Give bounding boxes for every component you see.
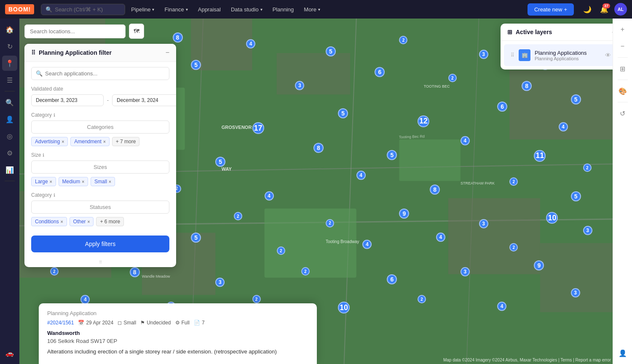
info-card-status: ⚑ Undecided — [140, 320, 171, 326]
sidebar-item-home[interactable]: 🏠 — [2, 22, 17, 37]
layer-planning-applications: ⠿ 🏢 Planning Applications Planning Appli… — [504, 44, 624, 66]
tag-large-close[interactable]: × — [50, 179, 52, 184]
navbar: BOOM! 🔍 Pipeline ▾ Finance ▾ Appraisal D… — [0, 0, 632, 19]
svg-text:TOOTING BEC: TOOTING BEC — [424, 84, 450, 88]
nav-item-finance[interactable]: Finance ▾ — [160, 4, 192, 15]
nav-item-appraisal[interactable]: Appraisal — [194, 4, 225, 15]
status-info-icon[interactable]: ℹ — [54, 193, 55, 198]
svg-text:Tooting Broadway: Tooting Broadway — [326, 239, 359, 244]
search-bar[interactable]: 🔍 — [41, 4, 125, 15]
info-card: Planning Application #2024/1561 📅 29 Apr… — [39, 303, 317, 364]
svg-rect-7 — [399, 139, 460, 181]
tag-conditions-close[interactable]: × — [61, 219, 63, 224]
date-range: - — [31, 94, 169, 106]
categories-button[interactable]: Categories — [31, 120, 169, 134]
svg-text:Tooting Bec Rd: Tooting Bec Rd — [399, 134, 425, 139]
create-new-button[interactable]: Create new + — [528, 3, 574, 16]
chevron-down-icon: ▾ — [152, 7, 154, 12]
date-from-input[interactable] — [31, 94, 104, 106]
sidebar-item-search-loc[interactable]: 🔍 — [2, 95, 17, 110]
svg-text:STREATHAM PARK: STREATHAM PARK — [461, 181, 495, 185]
map-search-input[interactable] — [24, 24, 126, 38]
tag-small: Small × — [91, 177, 115, 186]
nav-item-pipeline[interactable]: Pipeline ▾ — [127, 4, 158, 15]
sidebar-item-filter[interactable]: ⚙ — [2, 145, 17, 161]
info-card-road: 106 Selkirk Road SW17 0EP — [47, 338, 308, 344]
map-attribution: Map data ©2024 Imagery ©2024 Airbus, Max… — [443, 358, 611, 362]
size-tags: Large × Medium × Small × — [31, 177, 169, 186]
sidebar-item-chart[interactable]: 📊 — [2, 162, 17, 177]
right-sidebar-divider-1 — [618, 57, 628, 58]
nav-item-planning[interactable]: Planning — [268, 4, 298, 15]
filter-panel-close-button[interactable]: − — [166, 49, 169, 56]
sizes-button[interactable]: Sizes — [31, 161, 169, 174]
nav-item-datastudio[interactable]: Data studio ▾ — [227, 4, 267, 15]
layers-panel-header: ⊞ Active layers − × — [501, 24, 627, 41]
panel-resize-handle[interactable]: ⠿ — [24, 257, 176, 267]
sidebar-item-layers[interactable]: ☰ — [2, 72, 17, 88]
tag-other-close[interactable]: × — [88, 219, 90, 224]
right-sidebar-layers[interactable]: ⊞ — [615, 61, 630, 76]
theme-toggle-button[interactable]: 🌙 — [581, 3, 594, 16]
chevron-down-icon: ▾ — [260, 7, 262, 12]
moon-icon: 🌙 — [583, 5, 592, 13]
category-info-icon[interactable]: ℹ — [54, 112, 55, 118]
tag-advertising-close[interactable]: × — [62, 139, 64, 144]
search-input[interactable] — [55, 6, 118, 13]
right-sidebar-undo[interactable]: ↺ — [615, 106, 630, 121]
right-sidebar-divider-2 — [618, 80, 628, 80]
layer-info: Planning Applications Planning Applicati… — [535, 50, 601, 61]
layer-building-icon: 🏢 — [522, 52, 528, 58]
user-avatar[interactable]: AL — [614, 3, 627, 16]
filter-status-label: Category ℹ — [31, 192, 169, 198]
right-sidebar-person[interactable]: 👤 — [615, 345, 630, 361]
tag-more-categories[interactable]: + 7 more — [112, 137, 140, 146]
nav-item-more[interactable]: More ▾ — [300, 4, 324, 15]
tag-large: Large × — [31, 177, 56, 186]
date-to-input[interactable] — [112, 94, 176, 106]
tag-conditions: Conditions × — [31, 217, 67, 226]
right-sidebar-zoom-in[interactable]: + — [615, 22, 630, 37]
map-area[interactable]: SUMMERSTOWN GROSVENOR WAY TOOTING BEC To… — [19, 19, 632, 364]
filter-panel-title: ⠿ Planning Application filter — [31, 49, 112, 56]
layers-panel-title: ⊞ Active layers — [507, 29, 552, 35]
sidebar-item-person[interactable]: 👤 — [2, 112, 17, 127]
app-logo: BOOM! — [5, 4, 34, 14]
right-sidebar-paint[interactable]: 🎨 — [615, 83, 630, 99]
filter-search-box[interactable]: 🔍 — [31, 67, 169, 80]
statuses-button[interactable]: Statuses — [31, 201, 169, 214]
layer-drag-handle[interactable]: ⠿ — [511, 52, 514, 58]
sidebar-item-refresh[interactable]: ↻ — [2, 39, 17, 54]
tag-more-statuses[interactable]: + 6 more — [96, 217, 124, 226]
filter-search-input[interactable] — [45, 70, 165, 77]
svg-rect-11 — [277, 53, 350, 94]
info-card-type: Planning Application — [47, 310, 308, 316]
tag-advertising: Advertising × — [31, 137, 68, 146]
tag-amendment: Amendment × — [70, 137, 110, 146]
tag-medium-close[interactable]: × — [82, 179, 84, 184]
sidebar-item-target[interactable]: ◎ — [2, 128, 17, 144]
layer-visibility-button[interactable]: 👁 — [605, 52, 611, 59]
layer-name: Planning Applications — [535, 50, 601, 56]
svg-text:GROSVENOR: GROSVENOR — [222, 125, 252, 130]
info-card-description: Alterations including erection of a sing… — [47, 348, 308, 356]
filter-category-section: Category ℹ Categories Advertising × Amen… — [31, 112, 169, 146]
right-sidebar-zoom-out[interactable]: − — [615, 39, 630, 54]
tag-small-close[interactable]: × — [109, 179, 111, 184]
sidebar-item-car[interactable]: 🚗 — [2, 345, 17, 361]
date-separator: - — [107, 97, 109, 103]
notifications-button[interactable]: 🔔 37 — [597, 3, 611, 16]
tag-medium: Medium × — [59, 177, 88, 186]
apply-filters-button[interactable]: Apply filters — [31, 236, 169, 252]
calendar-icon: 📅 — [78, 320, 84, 326]
map-view-button[interactable]: 🗺 — [129, 24, 144, 39]
drag-handle-icon: ⠿ — [31, 49, 35, 56]
info-card-id[interactable]: #2024/1561 — [47, 320, 74, 326]
filter-size-label: Size ℹ — [31, 152, 169, 158]
sidebar-item-pin[interactable]: 📍 — [2, 56, 17, 71]
size-info-icon[interactable]: ℹ — [43, 153, 44, 158]
layer-sub: Planning Applications — [535, 56, 601, 61]
tag-amendment-close[interactable]: × — [103, 139, 106, 144]
info-card-meta: #2024/1561 📅 29 Apr 2024 ◻ Small ⚑ Undec… — [47, 320, 308, 326]
chevron-down-icon: ▾ — [186, 7, 188, 12]
